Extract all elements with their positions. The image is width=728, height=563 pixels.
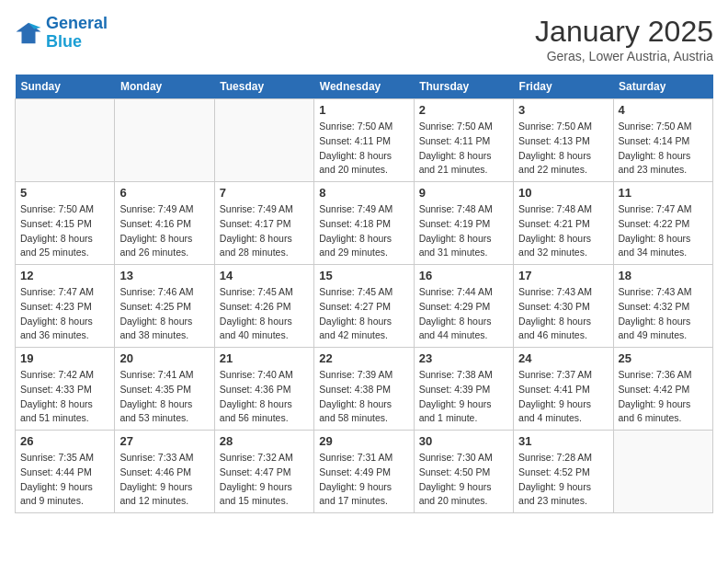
day-info: Sunrise: 7:47 AM Sunset: 4:23 PM Dayligh… [20,285,109,343]
day-number: 5 [20,186,109,200]
calendar-cell [16,99,115,182]
day-number: 16 [419,269,508,282]
calendar-cell: 5Sunrise: 7:50 AM Sunset: 4:15 PM Daylig… [16,182,115,265]
dow-wednesday: Wednesday [314,75,414,99]
day-info: Sunrise: 7:33 AM Sunset: 4:46 PM Dayligh… [119,451,209,509]
day-number: 11 [619,186,708,200]
logo-text: General Blue [46,15,108,52]
dow-tuesday: Tuesday [214,75,313,99]
day-info: Sunrise: 7:39 AM Sunset: 4:38 PM Dayligh… [319,368,408,426]
day-info: Sunrise: 7:38 AM Sunset: 4:39 PM Dayligh… [419,368,508,426]
day-info: Sunrise: 7:43 AM Sunset: 4:32 PM Dayligh… [619,285,708,343]
calendar-cell: 26Sunrise: 7:35 AM Sunset: 4:44 PM Dayli… [16,431,115,513]
day-info: Sunrise: 7:49 AM Sunset: 4:17 PM Dayligh… [220,202,309,260]
calendar-cell: 4Sunrise: 7:50 AM Sunset: 4:14 PM Daylig… [613,99,712,182]
day-info: Sunrise: 7:43 AM Sunset: 4:30 PM Dayligh… [518,285,608,343]
day-info: Sunrise: 7:50 AM Sunset: 4:11 PM Dayligh… [419,120,508,178]
calendar-cell [613,431,712,513]
dow-friday: Friday [514,75,613,99]
calendar-week-5: 26Sunrise: 7:35 AM Sunset: 4:44 PM Dayli… [16,431,713,513]
day-info: Sunrise: 7:42 AM Sunset: 4:33 PM Dayligh… [20,368,109,426]
day-info: Sunrise: 7:41 AM Sunset: 4:35 PM Dayligh… [119,368,209,426]
day-number: 31 [518,434,608,448]
day-info: Sunrise: 7:49 AM Sunset: 4:16 PM Dayligh… [119,202,209,260]
day-info: Sunrise: 7:50 AM Sunset: 4:13 PM Dayligh… [518,120,608,178]
day-number: 10 [518,186,608,200]
logo-icon [15,19,42,47]
day-number: 4 [619,103,708,117]
calendar-cell: 12Sunrise: 7:47 AM Sunset: 4:23 PM Dayli… [16,265,115,348]
calendar-table: SundayMondayTuesdayWednesdayThursdayFrid… [15,75,713,513]
day-number: 7 [220,186,309,200]
day-info: Sunrise: 7:32 AM Sunset: 4:47 PM Dayligh… [220,451,309,509]
day-number: 13 [119,269,209,282]
day-info: Sunrise: 7:50 AM Sunset: 4:14 PM Dayligh… [619,120,708,178]
calendar-cell: 9Sunrise: 7:48 AM Sunset: 4:19 PM Daylig… [414,182,513,265]
location-text: Geras, Lower Austria, Austria [535,49,713,63]
calendar-cell: 27Sunrise: 7:33 AM Sunset: 4:46 PM Dayli… [115,431,214,513]
calendar-cell: 28Sunrise: 7:32 AM Sunset: 4:47 PM Dayli… [214,431,313,513]
calendar-cell: 25Sunrise: 7:36 AM Sunset: 4:42 PM Dayli… [613,348,712,431]
days-of-week-header: SundayMondayTuesdayWednesdayThursdayFrid… [16,75,713,99]
day-number: 8 [319,186,408,200]
calendar-cell: 24Sunrise: 7:37 AM Sunset: 4:41 PM Dayli… [514,348,613,431]
day-number: 1 [319,103,408,117]
calendar-cell: 10Sunrise: 7:48 AM Sunset: 4:21 PM Dayli… [514,182,613,265]
calendar-cell: 29Sunrise: 7:31 AM Sunset: 4:49 PM Dayli… [314,431,414,513]
day-number: 15 [319,269,408,282]
calendar-cell: 30Sunrise: 7:30 AM Sunset: 4:50 PM Dayli… [414,431,513,513]
calendar-body: 1Sunrise: 7:50 AM Sunset: 4:11 PM Daylig… [16,99,713,513]
day-number: 2 [419,103,508,117]
calendar-cell: 18Sunrise: 7:43 AM Sunset: 4:32 PM Dayli… [613,265,712,348]
day-info: Sunrise: 7:50 AM Sunset: 4:15 PM Dayligh… [20,202,109,260]
day-info: Sunrise: 7:44 AM Sunset: 4:29 PM Dayligh… [419,285,508,343]
calendar-cell: 23Sunrise: 7:38 AM Sunset: 4:39 PM Dayli… [414,348,513,431]
title-block: January 2025 Geras, Lower Austria, Austr… [535,15,713,63]
day-number: 27 [119,434,209,448]
calendar-cell: 8Sunrise: 7:49 AM Sunset: 4:18 PM Daylig… [314,182,414,265]
logo: General Blue [15,15,108,52]
calendar-week-4: 19Sunrise: 7:42 AM Sunset: 4:33 PM Dayli… [16,348,713,431]
day-info: Sunrise: 7:45 AM Sunset: 4:27 PM Dayligh… [319,285,408,343]
calendar-cell: 17Sunrise: 7:43 AM Sunset: 4:30 PM Dayli… [514,265,613,348]
day-number: 30 [419,434,508,448]
day-number: 29 [319,434,408,448]
calendar-week-2: 5Sunrise: 7:50 AM Sunset: 4:15 PM Daylig… [16,182,713,265]
day-info: Sunrise: 7:46 AM Sunset: 4:25 PM Dayligh… [119,285,209,343]
calendar-cell: 3Sunrise: 7:50 AM Sunset: 4:13 PM Daylig… [514,99,613,182]
calendar-week-1: 1Sunrise: 7:50 AM Sunset: 4:11 PM Daylig… [16,99,713,182]
day-number: 19 [20,351,109,365]
day-info: Sunrise: 7:30 AM Sunset: 4:50 PM Dayligh… [419,451,508,509]
calendar-cell: 21Sunrise: 7:40 AM Sunset: 4:36 PM Dayli… [214,348,313,431]
calendar-cell [115,99,214,182]
day-info: Sunrise: 7:40 AM Sunset: 4:36 PM Dayligh… [220,368,309,426]
day-info: Sunrise: 7:36 AM Sunset: 4:42 PM Dayligh… [619,368,708,426]
calendar-cell: 6Sunrise: 7:49 AM Sunset: 4:16 PM Daylig… [115,182,214,265]
dow-sunday: Sunday [16,75,115,99]
calendar-cell: 1Sunrise: 7:50 AM Sunset: 4:11 PM Daylig… [314,99,414,182]
day-number: 3 [518,103,608,117]
day-info: Sunrise: 7:50 AM Sunset: 4:11 PM Dayligh… [319,120,408,178]
day-info: Sunrise: 7:49 AM Sunset: 4:18 PM Dayligh… [319,202,408,260]
calendar-week-3: 12Sunrise: 7:47 AM Sunset: 4:23 PM Dayli… [16,265,713,348]
day-number: 18 [619,269,708,282]
dow-saturday: Saturday [613,75,712,99]
day-number: 17 [518,269,608,282]
day-number: 24 [518,351,608,365]
day-info: Sunrise: 7:35 AM Sunset: 4:44 PM Dayligh… [20,451,109,509]
page-header: General Blue January 2025 Geras, Lower A… [15,15,713,63]
day-number: 23 [419,351,508,365]
day-info: Sunrise: 7:28 AM Sunset: 4:52 PM Dayligh… [518,451,608,509]
calendar-cell: 7Sunrise: 7:49 AM Sunset: 4:17 PM Daylig… [214,182,313,265]
calendar-cell: 19Sunrise: 7:42 AM Sunset: 4:33 PM Dayli… [16,348,115,431]
calendar-cell: 16Sunrise: 7:44 AM Sunset: 4:29 PM Dayli… [414,265,513,348]
calendar-cell: 14Sunrise: 7:45 AM Sunset: 4:26 PM Dayli… [214,265,313,348]
day-number: 26 [20,434,109,448]
day-info: Sunrise: 7:48 AM Sunset: 4:21 PM Dayligh… [518,202,608,260]
day-number: 14 [220,269,309,282]
day-number: 22 [319,351,408,365]
day-number: 12 [20,269,109,282]
day-number: 9 [419,186,508,200]
day-number: 20 [119,351,209,365]
day-number: 6 [119,186,209,200]
